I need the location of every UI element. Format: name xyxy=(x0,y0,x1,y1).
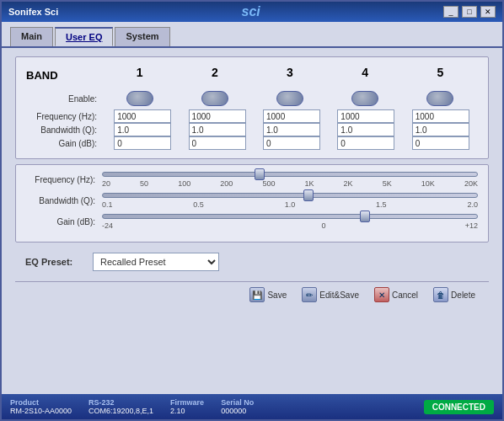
freq-input-2[interactable] xyxy=(189,109,246,123)
serial-label: Serial No xyxy=(221,398,254,407)
freq-mark-200: 200 xyxy=(220,179,233,188)
frequency-slider-marks: 20 50 100 200 500 1K 2K 5K 10K 20K xyxy=(102,179,478,188)
band-col-5: 5 xyxy=(406,66,474,84)
enable-label: Enable: xyxy=(26,94,102,104)
freq-mark-50: 50 xyxy=(140,179,148,188)
edit-save-label: Edit&Save xyxy=(319,290,359,300)
freq-input-1[interactable] xyxy=(114,109,171,123)
firmware-value: 2.10 xyxy=(170,407,185,415)
gain-slider-label: Gain (dB): xyxy=(26,217,102,226)
maximize-button[interactable]: □ xyxy=(462,6,477,18)
frequency-slider-thumb[interactable] xyxy=(255,168,265,180)
tab-main[interactable]: Main xyxy=(10,27,53,46)
minimize-button[interactable]: _ xyxy=(443,6,458,18)
frequency-fields xyxy=(105,109,478,123)
band-col-3: 3 xyxy=(256,66,324,84)
connected-badge: CONNECTED xyxy=(424,400,494,414)
preset-label: EQ Preset: xyxy=(25,257,84,267)
band-number-3: 3 xyxy=(287,66,293,79)
product-value: RM-2S10-AA0000 xyxy=(10,407,72,415)
close-button[interactable]: ✕ xyxy=(480,6,496,18)
freq-mark-100: 100 xyxy=(178,179,190,188)
band-header: BAND 1 2 3 4 xyxy=(26,66,478,84)
gain-slider-row: Gain (dB): -24 0 +12 xyxy=(26,214,478,230)
enable-toggle-3[interactable] xyxy=(276,91,303,106)
gain-mark-p12: +12 xyxy=(465,221,478,230)
frequency-slider-label: Frequency (Hz): xyxy=(26,175,102,184)
enable-toggle-2[interactable] xyxy=(201,91,228,106)
freq-input-4[interactable] xyxy=(337,109,394,123)
band-col-4: 4 xyxy=(331,66,399,84)
gain-slider-thumb[interactable] xyxy=(360,210,370,222)
tab-system[interactable]: System xyxy=(115,27,169,46)
edit-save-button[interactable]: ✏ Edit&Save xyxy=(298,285,362,304)
content-panel: BAND 1 2 3 4 xyxy=(2,48,502,394)
edit-save-icon: ✏ xyxy=(302,287,317,302)
save-label: Save xyxy=(267,290,287,300)
logo: sci xyxy=(242,4,260,19)
frequency-param-label: Frequency (Hz): xyxy=(26,112,102,121)
frequency-slider-row: Frequency (Hz): 20 50 100 200 500 1K xyxy=(26,172,478,188)
enable-toggle-1[interactable] xyxy=(126,91,153,106)
bandwidth-slider-thumb[interactable] xyxy=(303,189,314,201)
tab-bar: Main User EQ System xyxy=(2,22,502,48)
frequency-slider-track[interactable] xyxy=(102,172,478,177)
gain-input-1[interactable] xyxy=(114,136,171,150)
band-section: BAND 1 2 3 4 xyxy=(15,56,489,159)
tab-user-eq[interactable]: User EQ xyxy=(55,27,113,46)
cancel-button[interactable]: ✕ Cancel xyxy=(371,285,421,304)
enable-toggle-5[interactable] xyxy=(426,91,453,106)
product-status: Product RM-2S10-AA0000 xyxy=(10,398,72,415)
main-window: Sonifex Sci sci _ □ ✕ Main User EQ Syste… xyxy=(0,0,504,421)
save-button[interactable]: 💾 Save xyxy=(246,285,290,304)
gain-input-4[interactable] xyxy=(337,136,394,150)
band-col-1: 1 xyxy=(106,66,174,84)
band-number-2: 2 xyxy=(212,66,218,79)
preset-section: EQ Preset: Recalled Preset Preset 1 Pres… xyxy=(15,248,489,276)
rs232-label: RS-232 xyxy=(88,398,115,407)
bw-input-2[interactable] xyxy=(189,123,246,136)
gain-slider-track[interactable] xyxy=(102,214,478,219)
cancel-icon: ✕ xyxy=(374,287,389,302)
enable-toggle-4[interactable] xyxy=(351,91,378,106)
bw-input-1[interactable] xyxy=(114,123,171,136)
freq-mark-20k: 20K xyxy=(464,179,478,188)
cancel-label: Cancel xyxy=(392,290,418,300)
gain-input-3[interactable] xyxy=(263,136,320,150)
save-icon: 💾 xyxy=(249,287,265,302)
bw-input-4[interactable] xyxy=(337,123,394,136)
gain-fields xyxy=(105,136,478,150)
enable-cols xyxy=(102,91,478,106)
rs232-value: COM6:19200,8,E,1 xyxy=(88,407,153,415)
firmware-status: Firmware 2.10 xyxy=(170,398,204,415)
bw-input-5[interactable] xyxy=(412,123,469,136)
gain-input-5[interactable] xyxy=(412,136,469,150)
delete-icon: 🗑 xyxy=(433,287,448,302)
freq-mark-20: 20 xyxy=(102,179,110,188)
bandwidth-slider-track[interactable] xyxy=(102,193,478,198)
serial-status: Serial No 000000 xyxy=(221,398,254,415)
bw-mark-05: 0.5 xyxy=(193,200,204,209)
gain-slider-marks: -24 0 +12 xyxy=(102,221,478,230)
freq-mark-10k: 10K xyxy=(421,179,435,188)
frequency-slider-container: 20 50 100 200 500 1K 2K 5K 10K 20K xyxy=(102,172,478,188)
gain-param-label: Gain (dB): xyxy=(26,139,102,148)
band-header-label: BAND xyxy=(26,69,102,82)
freq-input-3[interactable] xyxy=(263,109,320,123)
bandwidth-slider-label: Bandwidth (Q): xyxy=(26,196,102,205)
freq-mark-1k: 1K xyxy=(305,179,314,188)
band-number-5: 5 xyxy=(437,66,443,79)
bandwidth-param-row: Bandwidth (Q): xyxy=(26,123,478,136)
freq-mark-500: 500 xyxy=(262,179,275,188)
delete-button[interactable]: 🗑 Delete xyxy=(430,285,479,304)
gain-input-2[interactable] xyxy=(189,136,246,150)
bandwidth-param-label: Bandwidth (Q): xyxy=(26,125,102,135)
freq-mark-5k: 5K xyxy=(383,179,392,188)
rs232-status: RS-232 COM6:19200,8,E,1 xyxy=(88,398,153,415)
preset-select[interactable]: Recalled Preset Preset 1 Preset 2 Preset… xyxy=(93,253,219,271)
bw-input-3[interactable] xyxy=(263,123,320,136)
title-bar: Sonifex Sci sci _ □ ✕ xyxy=(2,2,502,22)
freq-input-5[interactable] xyxy=(412,109,469,123)
bandwidth-fields xyxy=(105,123,478,136)
serial-value: 000000 xyxy=(221,407,246,415)
